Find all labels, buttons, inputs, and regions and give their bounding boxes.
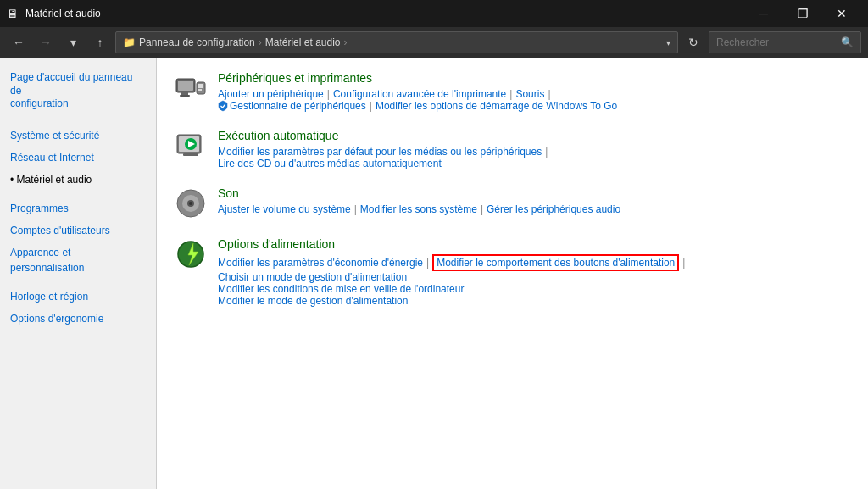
sidebar-item-materiel[interactable]: Matériel et audio <box>0 169 156 191</box>
alimentation-title: Options d'alimentation <box>218 237 851 251</box>
search-input[interactable] <box>716 36 841 48</box>
back-button[interactable]: ← <box>7 31 31 54</box>
sidebar-item-accueil[interactable]: Page d'accueil du panneau deconfiguratio… <box>0 68 156 114</box>
alimentation-icon <box>174 237 208 271</box>
section-son: Son Ajuster le volume du système | Modif… <box>174 186 851 220</box>
alimentation-body: Options d'alimentation Modifier les para… <box>218 237 851 307</box>
breadcrumb-materiel[interactable]: Matériel et audio <box>265 36 341 48</box>
sidebar: Page d'accueil du panneau deconfiguratio… <box>0 58 157 489</box>
up-button[interactable]: ↑ <box>88 31 112 54</box>
svg-rect-12 <box>183 153 198 156</box>
sidebar-item-systeme[interactable]: Système et sécurité <box>0 125 156 147</box>
breadcrumb-bar: 📁 Panneau de configuration › Matériel et… <box>115 31 678 53</box>
sidebar-item-apparence[interactable]: Apparence et personnalisation <box>0 242 156 279</box>
breadcrumb-panneau[interactable]: Panneau de configuration <box>139 36 255 48</box>
link-choisir-mode-gestion[interactable]: Choisir un mode de gestion d'alimentatio… <box>218 271 407 283</box>
link-souris[interactable]: Souris <box>515 88 544 100</box>
link-conditions-veille[interactable]: Modifier les conditions de mise en veill… <box>218 283 464 295</box>
svg-rect-2 <box>181 92 188 95</box>
alimentation-links-row3: Modifier le mode de gestion d'alimentati… <box>218 295 851 307</box>
main-area: Page d'accueil du panneau deconfiguratio… <box>0 58 868 489</box>
son-icon <box>174 186 208 220</box>
link-windows-to-go[interactable]: Modifier les options de démarrage de Win… <box>376 100 617 112</box>
sidebar-item-reseau[interactable]: Réseau et Internet <box>0 147 156 169</box>
link-lire-cd[interactable]: Lire des CD ou d'autres médias automatiq… <box>218 158 442 169</box>
search-box: 🔍 <box>709 31 861 53</box>
sidebar-item-ergonomie[interactable]: Options d'ergonomie <box>0 308 156 330</box>
navbar: ← → ▾ ↑ 📁 Panneau de configuration › Mat… <box>0 27 868 58</box>
link-modifier-sons[interactable]: Modifier les sons système <box>360 203 477 215</box>
execution-title: Exécution automatique <box>218 129 851 142</box>
peripheriques-links-row2: Gestionnaire de périphériques | Modifier… <box>218 100 851 112</box>
svg-rect-1 <box>178 81 193 91</box>
breadcrumb-folder-icon: 📁 <box>123 36 136 48</box>
search-icon: 🔍 <box>841 36 854 48</box>
peripheriques-icon <box>174 71 208 105</box>
alimentation-links-row2: Modifier les conditions de mise en veill… <box>218 283 851 295</box>
window-title: Matériel et audio <box>25 8 101 19</box>
execution-links-row2: Lire des CD ou d'autres médias automatiq… <box>218 158 851 169</box>
sidebar-item-programmes[interactable]: Programmes <box>0 197 156 219</box>
refresh-button[interactable]: ↻ <box>682 31 705 54</box>
titlebar: 🖥 Matériel et audio ─ ❐ ✕ <box>0 0 868 27</box>
restore-button[interactable]: ❐ <box>783 0 822 27</box>
svg-rect-6 <box>198 86 203 88</box>
son-title: Son <box>218 186 851 200</box>
close-button[interactable]: ✕ <box>822 0 861 27</box>
down-button[interactable]: ▾ <box>61 31 85 54</box>
content-panel: Périphériques et imprimantes Ajouter un … <box>157 58 868 489</box>
link-ajuster-volume[interactable]: Ajuster le volume du système <box>218 203 351 215</box>
sidebar-item-horloge[interactable]: Horloge et région <box>0 286 156 308</box>
minimize-button[interactable]: ─ <box>744 0 783 27</box>
link-config-imprimante[interactable]: Configuration avancée de l'imprimante <box>333 88 506 100</box>
link-gerer-peripheriques-audio[interactable]: Gérer les périphériques audio <box>487 203 620 215</box>
svg-rect-7 <box>198 89 202 91</box>
link-modifier-economie-energie[interactable]: Modifier les paramètres d'économie d'éne… <box>218 257 423 269</box>
link-modifier-boutons-alimentation[interactable]: Modifier le comportement des boutons d'a… <box>432 254 679 271</box>
link-modifier-parametres-medias[interactable]: Modifier les paramètres par défaut pour … <box>218 146 542 158</box>
svg-rect-5 <box>198 84 203 86</box>
execution-body: Exécution automatique Modifier les param… <box>218 129 851 169</box>
section-peripheriques: Périphériques et imprimantes Ajouter un … <box>174 71 851 112</box>
son-links-row1: Ajuster le volume du système | Modifier … <box>218 203 851 215</box>
son-body: Son Ajuster le volume du système | Modif… <box>218 186 851 215</box>
svg-rect-3 <box>180 95 190 97</box>
peripheriques-links-row1: Ajouter un périphérique | Configuration … <box>218 88 851 100</box>
alimentation-links-row1: Modifier les paramètres d'économie d'éne… <box>218 254 851 283</box>
section-alimentation: Options d'alimentation Modifier les para… <box>174 237 851 307</box>
forward-button[interactable]: → <box>34 31 58 54</box>
peripheriques-body: Périphériques et imprimantes Ajouter un … <box>218 71 851 112</box>
shield-icon <box>218 100 228 112</box>
execution-icon <box>174 129 208 163</box>
window-icon: 🖥 <box>7 7 19 20</box>
execution-links-row1: Modifier les paramètres par défaut pour … <box>218 146 851 158</box>
link-gestionnaire-peripheriques[interactable]: Gestionnaire de périphériques <box>230 100 366 112</box>
section-execution: Exécution automatique Modifier les param… <box>174 129 851 169</box>
link-ajouter-peripherique[interactable]: Ajouter un périphérique <box>218 88 324 100</box>
svg-point-16 <box>189 202 192 205</box>
breadcrumb-dropdown-button[interactable]: ▾ <box>666 38 670 47</box>
peripheriques-title: Périphériques et imprimantes <box>218 71 851 85</box>
link-mode-gestion-alimentation[interactable]: Modifier le mode de gestion d'alimentati… <box>218 295 408 307</box>
sidebar-item-comptes[interactable]: Comptes d'utilisateurs <box>0 219 156 242</box>
